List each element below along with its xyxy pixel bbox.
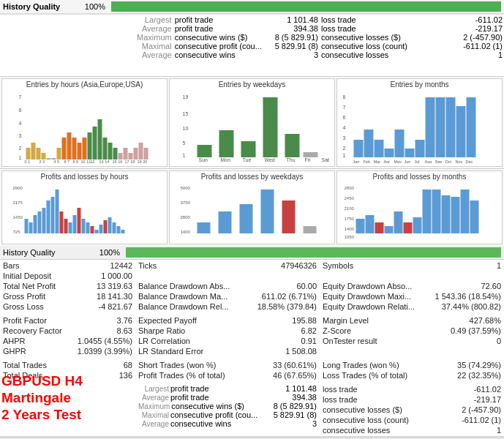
svg-rect-15 — [72, 138, 77, 160]
stat-row-blank — [138, 271, 317, 281]
svg-rect-125 — [282, 200, 296, 233]
svg-rect-10 — [47, 158, 51, 160]
stat-label: Average — [137, 24, 175, 33]
total-deals-label: Total Deals — [3, 371, 42, 380]
svg-rect-12 — [57, 148, 61, 160]
stat-label: consecutive losses — [321, 50, 445, 59]
svg-rect-49 — [263, 97, 278, 157]
svg-rect-71 — [405, 149, 415, 157]
svg-text:Feb: Feb — [364, 160, 370, 163]
history-quality-row: History Quality 100% — [0, 0, 504, 14]
svg-rect-20 — [98, 119, 102, 160]
stat-value: 1 — [445, 50, 503, 59]
table-row: consecutive losses ($) 2 (-457.90) — [321, 33, 503, 42]
gross-profit-value: 18 141.30 — [97, 292, 132, 301]
svg-rect-47 — [219, 130, 234, 157]
svg-rect-104 — [69, 222, 72, 233]
hq-value: 100% — [91, 248, 120, 257]
stat-label: loss trade — [321, 24, 445, 33]
svg-text:5: 5 — [183, 140, 186, 146]
long-value: 35 (74.29%) — [457, 361, 501, 370]
svg-text:Sep: Sep — [435, 160, 443, 163]
stat-row-blank3 — [323, 346, 501, 356]
entries-by-hours-chart: Entries by hours (Asia,Europe,USA) 7 6 4… — [1, 78, 168, 167]
stat-row-ed-max: Equity Drawdown Maxi... 1 543.36 (18.54%… — [323, 291, 501, 301]
chart5-svg: 5000 3750 2800 1400 — [171, 182, 333, 241]
svg-rect-51 — [304, 152, 318, 157]
ed-max-label: Equity Drawdown Maxi... — [323, 292, 411, 301]
history-quality-fill — [111, 1, 501, 12]
stat-row-symbols: Symbols 1 — [323, 260, 501, 271]
svg-text:Apr: Apr — [384, 160, 391, 163]
svg-rect-100 — [51, 197, 55, 233]
svg-rect-109 — [91, 226, 94, 233]
ticks-label: Ticks — [138, 261, 157, 271]
svg-text:12: 12 — [91, 160, 95, 163]
svg-text:4: 4 — [343, 125, 346, 130]
gross-loss-value: -4 821.67 — [99, 302, 132, 312]
ontester-value: 0 — [497, 337, 501, 346]
svg-text:1400: 1400 — [345, 227, 355, 231]
svg-text:Jun: Jun — [405, 160, 411, 163]
deposit-label: Initial Deposit — [3, 271, 51, 281]
chart4-title: Profits and losses by hours — [4, 173, 165, 181]
svg-text:4: 4 — [19, 121, 22, 126]
table-row: Average profit trade 394.38 — [137, 24, 318, 33]
table-row: Largest profit trade 1 101.48 — [137, 15, 318, 24]
svg-text:1: 1 — [19, 155, 22, 160]
table-row: Maximum consecutive wins ($) 8 (5 829.91… — [137, 33, 318, 42]
svg-rect-114 — [113, 222, 116, 233]
long-label: Long Trades (won %) — [323, 361, 399, 370]
trade-val-4: 5 829.91 (8) — [274, 410, 317, 419]
svg-rect-13 — [62, 138, 67, 160]
stat-row-placeholder5 — [3, 425, 132, 435]
svg-text:3750: 3750 — [181, 200, 191, 205]
chart6-svg: 2800 2450 2100 1750 1400 1050 — [339, 182, 500, 241]
svg-text:6: 6 — [343, 115, 346, 120]
svg-rect-111 — [99, 225, 103, 233]
pf-label: Profit Factor — [3, 316, 47, 326]
svg-text:2900: 2900 — [13, 186, 23, 190]
trade-subrow-maximal: Maximal consecutive profit (cou... 5 829… — [138, 410, 317, 419]
trade-subrow-largest: Largest profit trade 1 101.48 — [138, 384, 317, 393]
stat-label: consecutive losses ($) — [321, 33, 445, 42]
lr-corr-label: LR Correlation — [138, 337, 190, 346]
svg-rect-16 — [78, 143, 82, 160]
stat-row-lr-err: LR Standard Error 1 508.08 — [138, 346, 317, 356]
svg-text:Aug: Aug — [425, 160, 432, 163]
trade-val-3: 8 (5 829.91) — [274, 402, 317, 410]
stat-row-long: Long Trades (won %) 35 (74.29%) — [323, 360, 501, 370]
svg-rect-142 — [442, 195, 451, 233]
zscore-label: Z-Score — [323, 326, 351, 336]
trade-desc-1: profit trade — [170, 384, 275, 393]
svg-rect-108 — [86, 222, 90, 233]
ticks-value: 47946326 — [281, 261, 317, 271]
ed-abs-value: 72.60 — [481, 282, 501, 291]
stat-row-bars: Bars 12442 — [3, 260, 132, 271]
svg-rect-95 — [29, 222, 33, 233]
bd-max-label: Balance Drawdown Ma... — [138, 292, 227, 301]
chart1-svg: 7 6 4 3 2 1 — [4, 90, 165, 163]
svg-rect-19 — [93, 127, 97, 160]
table-row: consecutive losses 1 — [321, 50, 503, 59]
loss5-value: 1 — [497, 426, 501, 435]
svg-text:6 7: 6 7 — [64, 160, 70, 163]
stat-value: 5 829.91 (8) — [271, 42, 318, 50]
lr-corr-value: 0.91 — [301, 337, 317, 346]
svg-rect-28 — [139, 143, 143, 160]
svg-text:Mar: Mar — [374, 160, 381, 163]
svg-rect-113 — [108, 217, 112, 233]
svg-rect-145 — [470, 200, 479, 233]
entries-by-months-chart: Entries by months 8 7 6 4 3 2 1 — [336, 78, 503, 167]
loss4-value: -611.02 (1) — [462, 416, 501, 425]
bd-abs-label: Balance Drawdown Abs... — [138, 282, 230, 291]
trade-details-col2: Largest profit trade 1 101.48 Average pr… — [135, 15, 320, 74]
stat-row-short: Short Trades (won %) 33 (60.61%) — [138, 360, 317, 370]
svg-text:4 5: 4 5 — [54, 160, 60, 163]
trade-details-col3: loss trade -611.02 loss trade -219.17 co… — [320, 15, 504, 74]
loss5-label: consecutive losses — [323, 426, 390, 435]
trade-desc-5: consecutive wins — [170, 419, 275, 428]
main-container: History Quality 100% GBPUSD H4 Martingal… — [0, 0, 504, 246]
stat-row-bd-max: Balance Drawdown Ma... 611.02 (6.71%) — [138, 291, 317, 301]
stat-row-netprofit: Total Net Profit 13 319.63 — [3, 281, 132, 291]
